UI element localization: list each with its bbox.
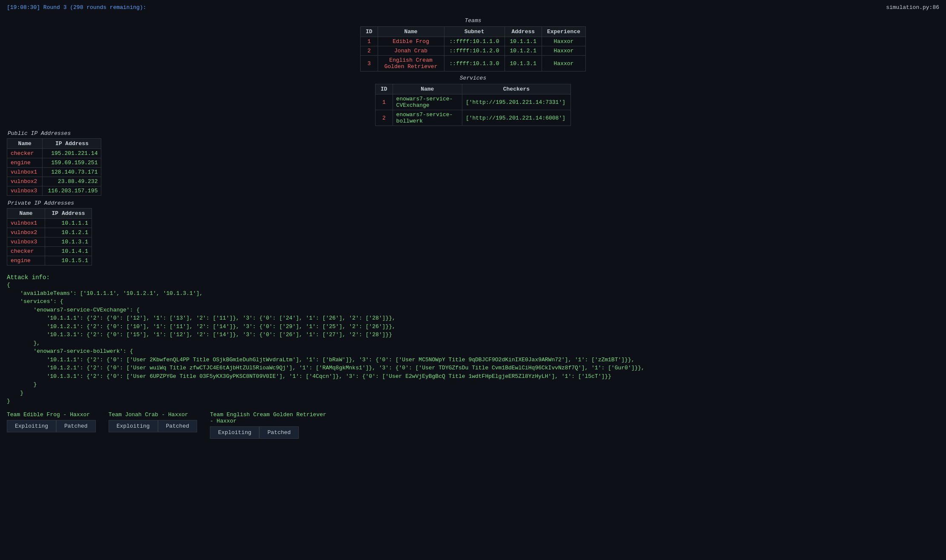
priv-col-name: Name bbox=[7, 209, 45, 219]
team-panel-label-2: Team English Cream Golden Retriever- Hax… bbox=[210, 411, 326, 424]
teams-col-address: Address bbox=[505, 27, 542, 37]
table-row: vulnbox3 10.1.3.1 bbox=[7, 237, 92, 247]
team-address: 10.1.2.1 bbox=[505, 46, 542, 56]
team-name: Edible Frog bbox=[378, 37, 444, 46]
priv-ip-address: 10.1.1.1 bbox=[45, 219, 92, 228]
pub-ip-name: checker bbox=[7, 149, 43, 158]
teams-col-subnet: Subnet bbox=[444, 27, 505, 37]
pub-col-name: Name bbox=[7, 139, 43, 149]
pub-ip-name: vulnbox1 bbox=[7, 168, 43, 177]
team-name: Jonah Crab bbox=[378, 46, 444, 56]
priv-ip-name: vulnbox2 bbox=[7, 228, 45, 237]
teams-col-experience: Experience bbox=[542, 27, 585, 37]
header: [19:08:30] Round 3 (298 rounds remaining… bbox=[7, 4, 939, 11]
table-row: vulnbox1 128.140.73.171 bbox=[7, 168, 101, 177]
attack-info-label: Attack info: bbox=[7, 274, 939, 281]
table-row: vulnbox3 116.203.157.195 bbox=[7, 186, 101, 196]
pub-ip-address: 116.203.157.195 bbox=[43, 186, 101, 196]
priv-ip-name: vulnbox1 bbox=[7, 219, 45, 228]
attack-info-section: Attack info: { 'availableTeams': ['10.1.… bbox=[7, 274, 939, 406]
table-row: vulnbox2 10.1.2.1 bbox=[7, 228, 92, 237]
teams-col-name: Name bbox=[378, 27, 444, 37]
team-buttons-2: ExploitingPatched bbox=[210, 426, 326, 439]
service-name: enowars7-service-bollwerk bbox=[393, 110, 462, 126]
table-row: checker 195.201.221.14 bbox=[7, 149, 101, 158]
table-row: 3 English Cream Golden Retriever ::ffff:… bbox=[361, 56, 586, 71]
priv-ip-address: 10.1.5.1 bbox=[45, 256, 92, 266]
private-ip-table: Name IP Address vulnbox1 10.1.1.1 vulnbo… bbox=[7, 208, 92, 266]
table-row: checker 10.1.4.1 bbox=[7, 247, 92, 256]
teams-section-title: Teams bbox=[7, 17, 939, 24]
table-row: vulnbox1 10.1.1.1 bbox=[7, 219, 92, 228]
teams-table: ID Name Subnet Address Experience 1 Edib… bbox=[360, 26, 586, 71]
team-buttons-0: ExploitingPatched bbox=[7, 420, 96, 432]
priv-ip-name: engine bbox=[7, 256, 45, 266]
team-id: 2 bbox=[361, 46, 378, 56]
service-name: enowars7-service-CVExchange bbox=[393, 94, 462, 110]
services-section-title: Services bbox=[7, 75, 939, 81]
round-text: Round 3 (298 rounds remaining): bbox=[43, 4, 146, 11]
public-ip-title: Public IP Addresses bbox=[7, 130, 939, 137]
team-subnet: ::ffff:10.1.2.0 bbox=[444, 46, 505, 56]
service-id: 2 bbox=[376, 110, 393, 126]
patched-button-0[interactable]: Patched bbox=[56, 420, 96, 432]
team-experience: Haxxor bbox=[542, 56, 585, 71]
pub-ip-name: vulnbox3 bbox=[7, 186, 43, 196]
teams-wrapper: Team Edible Frog - HaxxorExploitingPatch… bbox=[7, 411, 939, 439]
attack-json-content: { 'availableTeams': ['10.1.1.1', '10.1.2… bbox=[7, 281, 939, 406]
table-row: vulnbox2 23.88.49.232 bbox=[7, 177, 101, 186]
exploit-button-0[interactable]: Exploiting bbox=[7, 420, 56, 432]
team-panel-label-0: Team Edible Frog - Haxxor bbox=[7, 411, 96, 418]
exploit-button-2[interactable]: Exploiting bbox=[210, 426, 259, 439]
file-ref: simulation.py:86 bbox=[886, 4, 939, 11]
service-id: 1 bbox=[376, 94, 393, 110]
patched-button-2[interactable]: Patched bbox=[259, 426, 299, 439]
priv-ip-address: 10.1.2.1 bbox=[45, 228, 92, 237]
round-info: [19:08:30] Round 3 (298 rounds remaining… bbox=[7, 4, 146, 11]
priv-ip-name: checker bbox=[7, 247, 45, 256]
services-col-name: Name bbox=[393, 84, 462, 94]
private-ip-title: Private IP Addresses bbox=[7, 200, 939, 206]
team-experience: Haxxor bbox=[542, 46, 585, 56]
service-checkers: ['http://195.201.221.14:7331'] bbox=[462, 94, 570, 110]
public-ip-table: Name IP Address checker 195.201.221.14 e… bbox=[7, 138, 101, 196]
priv-ip-name: vulnbox3 bbox=[7, 237, 45, 247]
services-col-checkers: Checkers bbox=[462, 84, 570, 94]
team-subnet: ::ffff:10.1.3.0 bbox=[444, 56, 505, 71]
team-experience: Haxxor bbox=[542, 37, 585, 46]
team-panel-0: Team Edible Frog - HaxxorExploitingPatch… bbox=[7, 411, 96, 439]
pub-ip-address: 23.88.49.232 bbox=[43, 177, 101, 186]
team-subnet: ::ffff:10.1.1.0 bbox=[444, 37, 505, 46]
priv-ip-address: 10.1.4.1 bbox=[45, 247, 92, 256]
team-id: 3 bbox=[361, 56, 378, 71]
pub-ip-address: 195.201.221.14 bbox=[43, 149, 101, 158]
table-row: 2 enowars7-service-bollwerk ['http://195… bbox=[376, 110, 571, 126]
pub-ip-address: 128.140.73.171 bbox=[43, 168, 101, 177]
priv-ip-address: 10.1.3.1 bbox=[45, 237, 92, 247]
team-panel-2: Team English Cream Golden Retriever- Hax… bbox=[210, 411, 326, 439]
table-row: 2 Jonah Crab ::ffff:10.1.2.0 10.1.2.1 Ha… bbox=[361, 46, 586, 56]
services-col-id: ID bbox=[376, 84, 393, 94]
table-row: 1 enowars7-service-CVExchange ['http://1… bbox=[376, 94, 571, 110]
table-row: 1 Edible Frog ::ffff:10.1.1.0 10.1.1.1 H… bbox=[361, 37, 586, 46]
teams-col-id: ID bbox=[361, 27, 378, 37]
services-table: ID Name Checkers 1 enowars7-service-CVEx… bbox=[375, 84, 571, 126]
team-buttons-1: ExploitingPatched bbox=[109, 420, 198, 432]
patched-button-1[interactable]: Patched bbox=[158, 420, 198, 432]
table-row: engine 10.1.5.1 bbox=[7, 256, 92, 266]
pub-ip-address: 159.69.159.251 bbox=[43, 158, 101, 168]
pub-ip-name: vulnbox2 bbox=[7, 177, 43, 186]
pub-col-ip: IP Address bbox=[43, 139, 101, 149]
team-panel-label-1: Team Jonah Crab - Haxxor bbox=[109, 411, 198, 418]
service-checkers: ['http://195.201.221.14:6008'] bbox=[462, 110, 570, 126]
exploit-button-1[interactable]: Exploiting bbox=[109, 420, 158, 432]
priv-col-ip: IP Address bbox=[45, 209, 92, 219]
table-row: engine 159.69.159.251 bbox=[7, 158, 101, 168]
team-id: 1 bbox=[361, 37, 378, 46]
time-bracket: [19:08:30] bbox=[7, 4, 40, 11]
team-address: 10.1.1.1 bbox=[505, 37, 542, 46]
team-panel-1: Team Jonah Crab - HaxxorExploitingPatche… bbox=[109, 411, 198, 439]
team-name: English Cream Golden Retriever bbox=[378, 56, 444, 71]
pub-ip-name: engine bbox=[7, 158, 43, 168]
team-address: 10.1.3.1 bbox=[505, 56, 542, 71]
